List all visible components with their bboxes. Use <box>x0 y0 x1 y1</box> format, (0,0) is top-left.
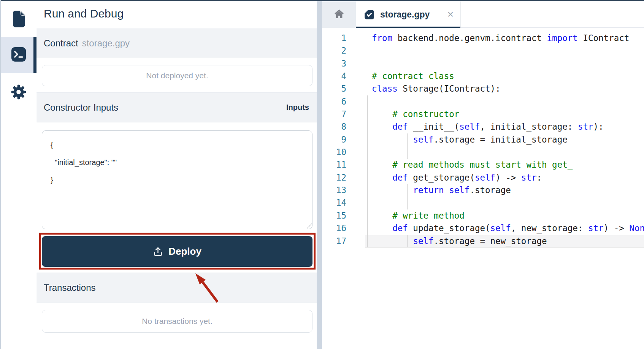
line-number-gutter: 1234567891011121314151617 <box>322 28 365 247</box>
upload-icon <box>153 246 163 257</box>
code-line[interactable]: class Storage(IContract): <box>365 82 644 95</box>
code-line[interactable] <box>365 57 644 70</box>
code-line[interactable]: # write method <box>365 209 644 222</box>
transactions-empty-box: No transactions yet. <box>42 310 312 333</box>
deploy-button[interactable]: Deploy <box>42 236 312 267</box>
code-line[interactable] <box>365 44 644 57</box>
code-line[interactable]: from backend.node.genvm.icontract import… <box>365 32 644 44</box>
line-number: 17 <box>322 235 346 247</box>
code-line[interactable]: # contract class <box>365 70 644 82</box>
tab-storage-gpy[interactable]: storage.gpy × <box>356 1 461 28</box>
line-number: 2 <box>322 44 346 57</box>
line-number: 10 <box>322 146 346 159</box>
line-number: 11 <box>322 159 346 171</box>
line-number: 8 <box>322 121 346 133</box>
active-indicator-bar <box>33 37 36 73</box>
window-left-border <box>0 0 1 349</box>
home-button[interactable] <box>322 1 356 28</box>
line-number: 14 <box>322 197 346 209</box>
terminal-icon <box>11 47 26 63</box>
close-icon[interactable]: × <box>447 9 454 20</box>
line-number: 12 <box>322 171 346 184</box>
indent-guide <box>407 184 408 209</box>
page-title: Run and Debug <box>44 5 124 22</box>
transactions-section-header: Transactions <box>36 273 317 303</box>
line-number: 3 <box>322 57 346 70</box>
contract-label: Contract <box>44 38 78 49</box>
line-number: 7 <box>322 108 346 121</box>
code-line[interactable]: def update_storage(self, new_storage: st… <box>365 222 644 235</box>
line-number: 9 <box>322 133 346 146</box>
deploy-status-text: Not deployed yet. <box>146 71 208 80</box>
line-number: 15 <box>322 209 346 222</box>
file-check-icon <box>363 9 375 21</box>
panel-resizer-handle[interactable] <box>317 1 322 349</box>
code-line[interactable]: # constructor <box>365 108 644 121</box>
activity-bar <box>1 1 36 349</box>
indent-guide <box>407 235 408 247</box>
transactions-label: Transactions <box>44 282 96 293</box>
code-lines[interactable]: from backend.node.genvm.icontract import… <box>365 28 644 349</box>
transactions-empty-text: No transactions yet. <box>142 317 213 326</box>
constructor-inputs-label: Constructor Inputs <box>44 102 118 113</box>
constructor-inputs-editor[interactable] <box>42 130 312 229</box>
code-area: 1234567891011121314151617 from backend.n… <box>322 28 644 349</box>
deploy-status-box: Not deployed yet. <box>42 65 312 86</box>
line-number: 4 <box>322 70 346 82</box>
sidebar-item-files[interactable] <box>1 6 36 33</box>
app-window: Run and Debug Contract storage.gpy Not d… <box>0 0 644 349</box>
indent-guide <box>407 133 408 159</box>
indent-guide <box>367 95 368 247</box>
constructor-section-header: Constructor Inputs Inputs <box>36 92 317 122</box>
code-line[interactable]: # read methods must start with get_ <box>365 159 644 171</box>
contract-filename: storage.gpy <box>82 38 130 49</box>
line-number: 1 <box>322 32 346 44</box>
sidebar-item-settings[interactable] <box>1 80 36 105</box>
code-line[interactable] <box>365 95 644 108</box>
code-line[interactable]: def __init__(self, initial_storage: str)… <box>365 121 644 133</box>
line-number: 5 <box>322 82 346 95</box>
deploy-button-label: Deploy <box>168 246 201 257</box>
line-number: 13 <box>322 184 346 197</box>
line-number: 16 <box>322 222 346 235</box>
code-line[interactable]: def get_storage(self) -> str: <box>365 171 644 184</box>
sidebar-item-run-debug[interactable] <box>1 37 36 73</box>
home-icon <box>333 8 345 21</box>
contract-section-header: Contract storage.gpy <box>36 29 317 58</box>
window-top-border <box>0 0 644 1</box>
editor-tab-bar: storage.gpy × <box>322 1 644 28</box>
tab-label: storage.gpy <box>380 10 430 20</box>
inputs-mode-badge[interactable]: Inputs <box>286 103 309 112</box>
gear-icon <box>11 84 27 102</box>
code-editor-pane: storage.gpy × 1234567891011121314151617 … <box>322 1 644 349</box>
line-number: 6 <box>322 95 346 108</box>
file-icon <box>11 10 26 30</box>
run-debug-panel: Run and Debug Contract storage.gpy Not d… <box>36 1 317 349</box>
